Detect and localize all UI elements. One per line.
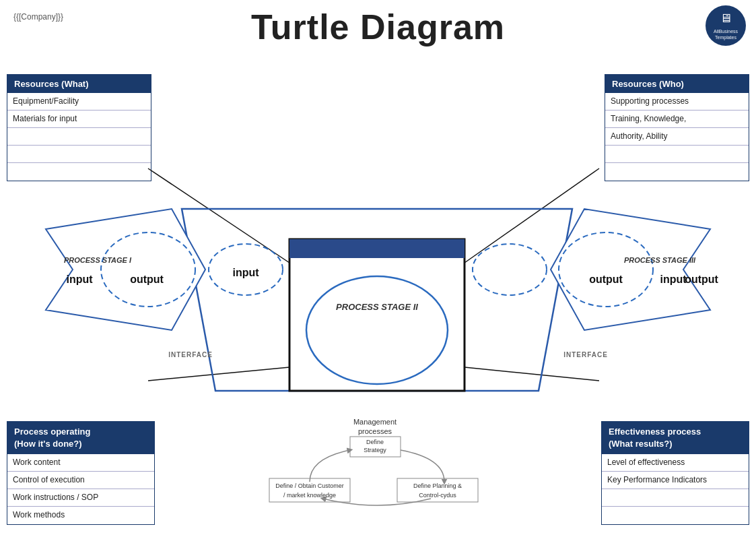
svg-text:Define / Obtain Customer: Define / Obtain Customer — [275, 482, 344, 489]
box-resources-who: Resources (Who) Supporting processes Tra… — [605, 74, 749, 181]
company-tag: {{[Company]}} — [13, 12, 63, 22]
svg-rect-29 — [269, 478, 350, 502]
process-operating-row-2: Control of execution — [7, 472, 154, 489]
svg-text:PROCESS STAGE I: PROCESS STAGE I — [64, 256, 132, 264]
resources-what-row-4 — [7, 146, 151, 163]
svg-text:Define Planning &: Define Planning & — [413, 482, 462, 489]
svg-marker-8 — [46, 209, 205, 330]
effectiveness-row-3 — [602, 489, 749, 507]
svg-text:Control-cydus: Control-cydus — [419, 492, 456, 499]
svg-text:output: output — [130, 274, 164, 285]
box-resources-what: Resources (What) Equipment/Facility Mate… — [7, 74, 151, 181]
resources-what-row-1: Equipment/Facility — [7, 93, 151, 111]
svg-text:Define: Define — [366, 439, 384, 445]
svg-text:output: output — [685, 274, 718, 285]
svg-point-22 — [473, 244, 547, 295]
process-operating-title: Process operating(How it's done?) — [7, 422, 154, 454]
monitor-icon: 🖥 — [720, 11, 732, 26]
process-operating-row-4: Work methods — [7, 507, 154, 524]
svg-text:INTERFACE: INTERFACE — [563, 351, 608, 358]
effectiveness-row-2: Key Performance Indicators — [602, 472, 749, 489]
svg-text:input: input — [660, 274, 687, 285]
svg-text:output: output — [589, 274, 623, 285]
logo-text: AllBusinessTemplates — [714, 28, 738, 40]
effectiveness-title: Effectiveness process(What results?) — [602, 422, 749, 454]
svg-point-13 — [209, 244, 283, 295]
stage2-label: PROCESS STAGE II — [336, 302, 418, 312]
resources-what-title: Resources (What) — [7, 75, 151, 93]
svg-text:input: input — [232, 267, 259, 278]
svg-text:processes: processes — [358, 427, 392, 435]
svg-line-1 — [465, 168, 599, 263]
svg-text:Management: Management — [353, 418, 397, 426]
resources-who-title: Resources (Who) — [605, 75, 749, 93]
svg-rect-6 — [289, 239, 465, 258]
resources-who-row-5 — [605, 163, 749, 181]
svg-text:Strategy: Strategy — [364, 447, 386, 453]
resources-what-row-3 — [7, 128, 151, 146]
svg-line-0 — [148, 168, 289, 263]
resources-what-row-2: Materials for input — [7, 111, 151, 128]
process-operating-row-3: Work instructions / SOP — [7, 489, 154, 507]
resources-who-row-1: Supporting processes — [605, 93, 749, 111]
svg-rect-5 — [289, 239, 465, 391]
svg-text:/ market knowledge: / market knowledge — [283, 492, 336, 499]
svg-point-7 — [306, 276, 448, 384]
svg-text:INTERFACE: INTERFACE — [168, 351, 213, 358]
svg-point-17 — [559, 232, 653, 307]
header: {{[Company]}} Turtle Diagram 🖥 AllBusine… — [0, 0, 756, 51]
process-operating-row-1: Work content — [7, 454, 154, 472]
svg-line-2 — [148, 367, 289, 381]
page-title: Turtle Diagram — [0, 7, 756, 47]
svg-marker-16 — [551, 209, 710, 330]
svg-text:PROCESS STAGE III: PROCESS STAGE III — [624, 256, 696, 264]
effectiveness-row-1: Level of effectiveness — [602, 454, 749, 472]
box-process-operating: Process operating(How it's done?) Work c… — [7, 421, 155, 525]
resources-who-row-2: Training, Knowledge, — [605, 111, 749, 128]
logo: 🖥 AllBusinessTemplates — [706, 5, 746, 46]
svg-line-3 — [465, 367, 599, 381]
resources-who-row-4 — [605, 146, 749, 163]
svg-rect-32 — [397, 478, 478, 502]
svg-text:input: input — [66, 274, 93, 285]
svg-point-9 — [101, 232, 195, 307]
svg-marker-4 — [182, 209, 572, 391]
effectiveness-row-4 — [602, 507, 749, 524]
resources-what-row-5 — [7, 163, 151, 181]
resources-who-row-3: Authority, Ability — [605, 128, 749, 146]
box-effectiveness: Effectiveness process(What results?) Lev… — [601, 421, 749, 525]
svg-rect-26 — [350, 437, 401, 457]
